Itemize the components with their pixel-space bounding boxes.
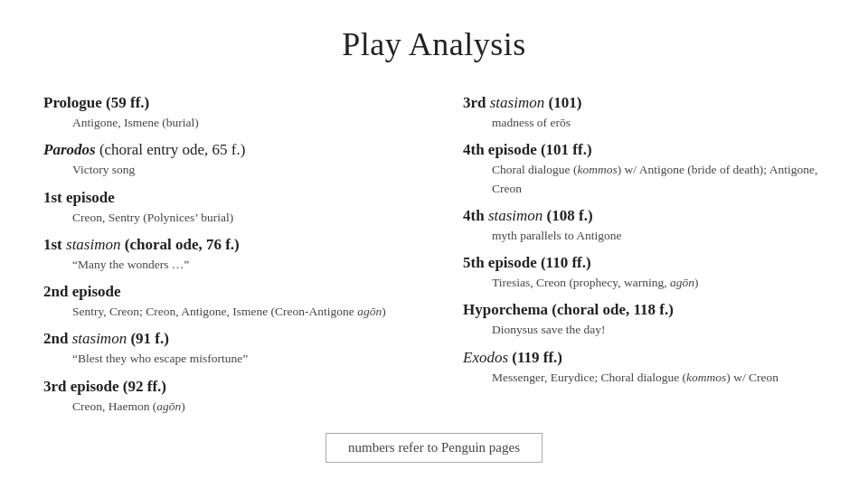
page-title: Play Analysis	[0, 0, 868, 85]
stasimon3-heading: 3rd stasimon (101)	[463, 94, 825, 112]
note-text: numbers refer to Penguin pages	[348, 440, 520, 455]
stasimon1-heading: 1st stasimon (choral ode, 76 f.)	[43, 236, 405, 254]
stasimon4-sub: myth parallels to Antigone	[492, 227, 825, 245]
prologue-heading: Prologue (59 ff.)	[43, 94, 405, 112]
episode1-sub: Creon, Sentry (Polynices’ burial)	[72, 209, 405, 227]
episode4-sub: Choral dialogue (kommos) w/ Antigone (br…	[492, 161, 825, 198]
stasimon3-sub: madness of erōs	[492, 114, 825, 132]
episode3-sub: Creon, Haemon (agōn)	[72, 398, 405, 416]
right-column: 3rd stasimon (101) madness of erōs 4th e…	[434, 85, 825, 418]
stasimon4-heading: 4th stasimon (108 f.)	[463, 207, 825, 225]
episode2-heading: 2nd episode	[43, 283, 405, 301]
episode5-sub: Tiresias, Creon (prophecy, warning, agōn…	[492, 274, 825, 292]
parodos-heading: Parodos (choral entry ode, 65 f.)	[43, 141, 405, 159]
hyporchema-heading: Hyporchema (choral ode, 118 f.)	[463, 301, 825, 319]
prologue-sub: Antigone, Ismene (burial)	[72, 114, 405, 132]
left-column: Prologue (59 ff.) Antigone, Ismene (buri…	[43, 85, 434, 418]
episode2-sub: Sentry, Creon; Creon, Antigone, Ismene (…	[72, 303, 405, 321]
note-box: numbers refer to Penguin pages	[326, 433, 542, 463]
parodos-sub: Victory song	[72, 161, 405, 179]
episode4-heading: 4th episode (101 ff.)	[463, 141, 825, 159]
exodos-heading: Exodos (119 ff.)	[463, 349, 825, 367]
stasimon2-sub: “Blest they who escape misfortune”	[72, 350, 405, 368]
hyporchema-sub: Dionysus save the day!	[492, 321, 825, 339]
main-content: Prologue (59 ff.) Antigone, Ismene (buri…	[0, 85, 868, 418]
episode5-heading: 5th episode (110 ff.)	[463, 254, 825, 272]
episode1-heading: 1st episode	[43, 189, 405, 207]
episode3-heading: 3rd episode (92 ff.)	[43, 378, 405, 396]
exodos-sub: Messenger, Eurydice; Choral dialogue (ko…	[492, 369, 825, 387]
stasimon2-heading: 2nd stasimon (91 f.)	[43, 330, 405, 348]
stasimon1-sub: “Many the wonders …”	[72, 256, 405, 274]
